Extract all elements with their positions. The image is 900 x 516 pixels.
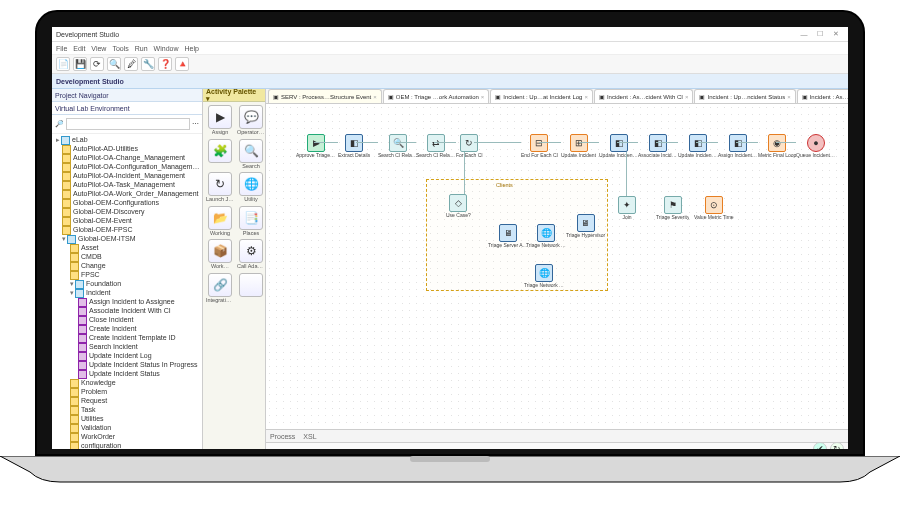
minimize-button[interactable]: — <box>796 31 812 38</box>
palette-item[interactable]: 🔍Search <box>237 139 265 170</box>
toolbar-edit-icon[interactable]: 🖉 <box>124 57 138 71</box>
tab-close-icon[interactable]: × <box>481 94 485 100</box>
tree-node[interactable]: ▾Incident <box>56 289 200 298</box>
editor-tab[interactable]: ▣Incident : Up…ncident Status× <box>694 89 795 103</box>
canvas-node[interactable]: ⚑Triage Severity <box>656 196 689 220</box>
palette-item[interactable]: 🧩 <box>206 139 234 170</box>
tree-node[interactable]: Knowledge <box>56 379 200 388</box>
canvas-node[interactable]: ◉Metric Final Loop <box>758 134 796 158</box>
canvas-node[interactable]: 🖥Triage Hypervisor <box>566 214 605 238</box>
tree-node[interactable]: AutoPilot-AD-Utilities <box>56 145 200 154</box>
tree-node[interactable]: ▾Foundation <box>56 280 200 289</box>
toolbar-new-icon[interactable]: 📄 <box>56 57 70 71</box>
tree-node[interactable]: Search Incident <box>56 343 200 352</box>
canvas-node[interactable]: ●Queue Incident End <box>796 134 836 158</box>
menu-edit[interactable]: Edit <box>73 45 85 52</box>
tree-node[interactable]: AutoPilot-OA-Incident_Management <box>56 172 200 181</box>
filter-input[interactable] <box>66 118 190 130</box>
menu-help[interactable]: Help <box>184 45 198 52</box>
editor-tab[interactable]: ▣SERV : Process…Structure Event× <box>268 89 382 103</box>
toolbar-settings-icon[interactable]: 🔧 <box>141 57 155 71</box>
tab-close-icon[interactable]: × <box>787 94 791 100</box>
tree-node[interactable]: Assign Incident to Assignee <box>56 298 200 307</box>
palette-item[interactable]: ⚙Call Adapter <box>237 239 265 270</box>
toolbar-run-icon[interactable]: 🔺 <box>175 57 189 71</box>
tree-node[interactable]: Validation <box>56 424 200 433</box>
palette-item[interactable]: 📦Work… <box>206 239 234 270</box>
maximize-button[interactable]: ☐ <box>812 30 828 38</box>
tree-node[interactable]: AutoPilot-OA-Change_Management <box>56 154 200 163</box>
tab-close-icon[interactable]: × <box>584 94 588 100</box>
editor-tab[interactable]: ▣Incident : Up…at Incident Log× <box>490 89 593 103</box>
palette-item[interactable]: 🔗Integration Mapping <box>206 273 234 304</box>
palette-item[interactable]: 💬Operator Dialog <box>237 105 265 136</box>
tree-node[interactable]: Update Incident Status <box>56 370 200 379</box>
canvas-node[interactable]: ⇄Search CI Relations <box>416 134 456 158</box>
tree-node[interactable]: Utilities <box>56 415 200 424</box>
tree-node[interactable]: Create Incident Template ID <box>56 334 200 343</box>
menu-tools[interactable]: Tools <box>112 45 128 52</box>
editor-tab[interactable]: ▣Incident : As…cident With CI× <box>594 89 694 103</box>
bottom-tab-process[interactable]: Process <box>270 433 295 440</box>
tree-node[interactable]: Task <box>56 406 200 415</box>
canvas-node[interactable]: ⊞Update Incident <box>561 134 596 158</box>
filter-more-button[interactable]: ⋯ <box>192 120 199 128</box>
canvas-node[interactable]: 🖥Triage Server Automation <box>488 224 528 248</box>
menu-run[interactable]: Run <box>135 45 148 52</box>
editor-tab[interactable]: ▣OEM : Triage …ork Automation× <box>383 89 490 103</box>
status-icon-2[interactable]: ↻ <box>830 442 844 449</box>
tree-node[interactable]: Create Incident <box>56 325 200 334</box>
tree-node[interactable]: Close Incident <box>56 316 200 325</box>
project-tree[interactable]: ▸eLabAutoPilot-AD-UtilitiesAutoPilot-OA-… <box>52 134 202 449</box>
tree-node[interactable]: configuration <box>56 442 200 449</box>
canvas-node[interactable]: ◧Update Incident Status <box>678 134 718 158</box>
canvas-node[interactable]: 🔍Search CI Relations <box>378 134 418 158</box>
canvas-node[interactable]: ⊙Value Metric Time <box>694 196 734 220</box>
palette-item[interactable]: ▶Assign <box>206 105 234 136</box>
tree-node[interactable]: Asset <box>56 244 200 253</box>
tab-close-icon[interactable]: × <box>373 94 377 100</box>
tree-node[interactable]: Update Incident Status In Progress <box>56 361 200 370</box>
canvas-node[interactable]: ◇Use Case? <box>446 194 471 218</box>
tree-node[interactable]: Change <box>56 262 200 271</box>
canvas-node[interactable]: ▶Approve Triage Slack <box>296 134 336 158</box>
tree-node[interactable]: FPSC <box>56 271 200 280</box>
canvas-node[interactable]: ◧Associate Incident With CI <box>638 134 678 158</box>
canvas-node[interactable]: 🌐Triage Network Automation <box>524 264 564 288</box>
tree-node[interactable]: Global-OEM-Discovery <box>56 208 200 217</box>
menu-file[interactable]: File <box>56 45 67 52</box>
toolbar-refresh-icon[interactable]: ⟳ <box>90 57 104 71</box>
canvas-node[interactable]: ◧Extract Details <box>338 134 370 158</box>
canvas-node[interactable]: ✦Join <box>618 196 636 220</box>
menu-view[interactable]: View <box>91 45 106 52</box>
canvas-node[interactable]: ◧Update Incident Log <box>599 134 639 158</box>
palette-item[interactable]: 🌐Utility <box>237 172 265 203</box>
tab-close-icon[interactable]: × <box>685 94 689 100</box>
palette-item[interactable]: 📑Places <box>237 206 265 237</box>
palette-item[interactable] <box>237 273 265 304</box>
tree-node[interactable]: AutoPilot-OA-Work_Order_Management <box>56 190 200 199</box>
tree-node[interactable]: Request <box>56 397 200 406</box>
canvas-node[interactable]: ◧Assign Incident to Assignee <box>718 134 758 158</box>
process-canvas[interactable]: Clients▶Approve Triage Slack◧Extract Det… <box>266 104 848 429</box>
canvas-node[interactable]: ↻For Each CI <box>456 134 483 158</box>
tree-node[interactable]: AutoPilot-OA-Configuration_Management <box>56 163 200 172</box>
tree-node[interactable]: Update Incident Log <box>56 352 200 361</box>
status-icon-1[interactable]: ✔ <box>813 442 827 449</box>
tree-node[interactable]: AutoPilot-OA-Task_Management <box>56 181 200 190</box>
palette-item[interactable]: ↻Launch Job <box>206 172 234 203</box>
palette-item[interactable]: 📂Working <box>206 206 234 237</box>
bottom-tab-xsl[interactable]: XSL <box>303 433 316 440</box>
tree-node[interactable]: Associate Incident With CI <box>56 307 200 316</box>
toolbar-search-icon[interactable]: 🔍 <box>107 57 121 71</box>
tree-node[interactable]: ▾Global-OEM-ITSM <box>56 235 200 244</box>
tree-node[interactable]: ▸eLab <box>56 136 200 145</box>
tree-node[interactable]: Global-OEM-FPSC <box>56 226 200 235</box>
tree-node[interactable]: CMDB <box>56 253 200 262</box>
canvas-node[interactable]: ⊟End For Each CI <box>521 134 558 158</box>
palette-header[interactable]: Activity Palette ▾ <box>203 89 265 102</box>
editor-tab[interactable]: ▣Incident : As…nt to Assigned× <box>797 89 848 103</box>
tree-node[interactable]: Global-OEM-Event <box>56 217 200 226</box>
toolbar-help-icon[interactable]: ❓ <box>158 57 172 71</box>
toolbar-save-icon[interactable]: 💾 <box>73 57 87 71</box>
